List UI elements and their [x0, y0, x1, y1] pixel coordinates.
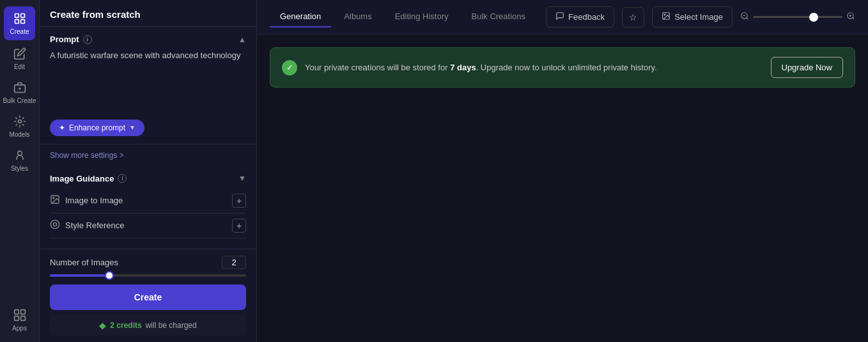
sidebar-item-label-edit: Edit — [14, 63, 25, 70]
svg-rect-12 — [20, 316, 25, 321]
star-button[interactable]: ☆ — [622, 7, 644, 27]
header-right: Feedback ☆ Select Image — [546, 6, 855, 27]
image-to-image-label: Image to Image — [65, 196, 123, 205]
enhance-chevron-icon: ▼ — [129, 124, 136, 131]
sidebar-item-label-apps: Apps — [12, 325, 27, 332]
tab-generation[interactable]: Generation — [270, 6, 331, 27]
enhance-prompt-button[interactable]: ✦ Enhance prompt ▼ — [50, 120, 144, 136]
sidebar-item-label-models: Models — [9, 131, 29, 138]
main-header: Generation Albums Editing History Bulk C… — [257, 0, 868, 35]
num-images-row: Number of Images — [50, 256, 246, 269]
image-guidance-section: Image Guidance i ▼ Image to Image — [40, 166, 256, 246]
svg-rect-11 — [14, 316, 19, 321]
show-more-settings[interactable]: Show more settings > — [40, 144, 256, 166]
feedback-button[interactable]: Feedback — [546, 6, 614, 27]
style-reference-label: Style Reference — [65, 221, 125, 230]
tab-editing-history[interactable]: Editing History — [385, 6, 459, 27]
tabs: Generation Albums Editing History Bulk C… — [270, 6, 536, 27]
apps-icon — [13, 308, 27, 322]
image-guidance-title: Image Guidance i — [50, 174, 127, 183]
sidebar-item-create[interactable]: Create — [4, 6, 35, 40]
sidebar-item-models[interactable]: Models — [0, 109, 39, 143]
feedback-icon — [555, 12, 564, 22]
left-panel: Create from scratch Prompt i ▲ ✦ Enhance… — [40, 0, 257, 342]
prompt-textarea[interactable] — [50, 49, 246, 112]
sidebar-item-label-create: Create — [10, 28, 29, 35]
num-images-input[interactable] — [222, 256, 246, 269]
num-images-label: Number of Images — [50, 258, 118, 267]
panel-content: Prompt i ▲ ✦ Enhance prompt ▼ Show more … — [40, 27, 256, 249]
create-button[interactable]: Create — [50, 284, 246, 310]
edit-icon — [13, 47, 27, 61]
image-to-image-add-button[interactable]: + — [232, 194, 246, 208]
notice-check-icon: ✓ — [282, 60, 297, 75]
select-image-icon — [662, 12, 670, 22]
prompt-section-header: Prompt i ▲ — [50, 35, 246, 44]
create-icon — [13, 12, 27, 26]
models-icon — [13, 114, 27, 128]
guidance-chevron-icon[interactable]: ▼ — [238, 174, 246, 183]
upgrade-now-button[interactable]: Upgrade Now — [771, 57, 844, 78]
tab-bulk-creations[interactable]: Bulk Creations — [461, 6, 536, 27]
prompt-section: Prompt i ▲ ✦ Enhance prompt ▼ — [40, 27, 256, 144]
bottom-panel: Number of Images Create ◆ 2 credits will… — [40, 249, 256, 342]
zoom-slider[interactable] — [753, 16, 842, 18]
svg-point-14 — [53, 198, 54, 199]
wand-icon: ✦ — [59, 123, 65, 132]
panel-title: Create from scratch — [40, 0, 256, 27]
credits-row: ◆ 2 credits will be charged — [50, 315, 246, 336]
svg-rect-3 — [20, 20, 24, 24]
style-reference-icon — [50, 219, 60, 231]
sidebar: Create Edit Bulk Create — [0, 0, 40, 342]
svg-point-8 — [17, 151, 22, 155]
svg-rect-0 — [15, 14, 19, 18]
sidebar-item-edit[interactable]: Edit — [0, 42, 39, 75]
guidance-info-icon[interactable]: i — [118, 174, 127, 183]
styles-icon — [13, 148, 27, 162]
svg-line-20 — [747, 18, 748, 20]
zoom-in-icon[interactable] — [846, 12, 855, 22]
sidebar-item-apps[interactable]: Apps — [0, 303, 39, 337]
svg-rect-2 — [15, 20, 19, 24]
bulk-create-icon — [13, 81, 27, 95]
image-to-image-icon — [50, 194, 60, 206]
prompt-title: Prompt i — [50, 35, 92, 44]
sidebar-item-bulk-create[interactable]: Bulk Create — [0, 75, 39, 109]
prompt-chevron-icon[interactable]: ▲ — [238, 35, 246, 44]
star-icon: ☆ — [629, 12, 637, 22]
sidebar-item-label-styles: Styles — [11, 165, 28, 172]
svg-rect-1 — [20, 14, 24, 18]
svg-point-7 — [18, 120, 21, 123]
gem-icon: ◆ — [99, 320, 106, 330]
zoom-controls — [740, 12, 855, 22]
prompt-info-icon[interactable]: i — [83, 35, 92, 44]
style-reference-row[interactable]: Style Reference + — [50, 214, 246, 238]
image-to-image-row[interactable]: Image to Image + — [50, 189, 246, 214]
image-guidance-header: Image Guidance i ▼ — [50, 174, 246, 183]
main-content: ✓ Your private creations will be stored … — [257, 35, 868, 342]
num-images-slider-thumb[interactable] — [105, 271, 114, 280]
num-images-slider-track — [50, 274, 246, 277]
zoom-out-icon[interactable] — [740, 12, 749, 22]
select-image-button[interactable]: Select Image — [652, 6, 732, 27]
notice-text: Your private creations will be stored fo… — [305, 61, 763, 74]
svg-point-18 — [664, 14, 665, 15]
svg-rect-9 — [14, 310, 19, 315]
notice-banner: ✓ Your private creations will be stored … — [270, 47, 855, 88]
svg-line-23 — [853, 18, 855, 20]
num-images-slider-fill — [50, 274, 109, 277]
svg-point-16 — [53, 222, 56, 226]
credits-amount: 2 credits — [110, 321, 141, 330]
svg-point-15 — [50, 220, 59, 228]
credits-suffix: will be charged — [146, 321, 197, 330]
style-reference-add-button[interactable]: + — [232, 219, 246, 233]
sidebar-item-styles[interactable]: Styles — [0, 143, 39, 177]
svg-rect-10 — [20, 310, 25, 315]
tab-albums[interactable]: Albums — [334, 6, 382, 27]
main-area: Generation Albums Editing History Bulk C… — [257, 0, 868, 342]
sidebar-item-label-bulk: Bulk Create — [3, 97, 36, 104]
